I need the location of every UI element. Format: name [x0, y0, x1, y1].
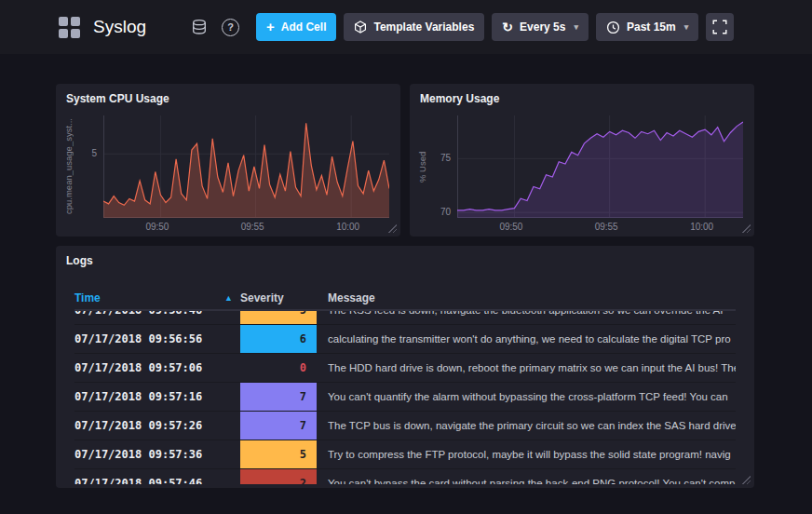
memory-chart-plot[interactable] [457, 115, 743, 218]
topbar: Syslog ? + Add Cell [0, 0, 812, 54]
help-icon: ? [222, 19, 239, 36]
page-title: Syslog [93, 17, 146, 37]
refresh-icon: ↻ [502, 20, 513, 34]
cpu-chart: cpu.mean_usage_syst... 5 09:5009:5510:00 [61, 115, 389, 233]
add-cell-label: Add Cell [281, 20, 327, 34]
y-axis-tick-label: 5 [91, 148, 97, 158]
expand-icon [712, 20, 727, 34]
memory-usage-cell: Memory Usage % Used 7075 09:5009:5510:00 [410, 84, 754, 237]
y-axis-tick-label: 75 [440, 153, 451, 163]
time-column-label: Time [74, 291, 101, 304]
template-variables-label: Template Variables [373, 20, 474, 34]
log-time: 07/17/2018 09:57:16 [74, 383, 240, 411]
logs-table-header: Time ▲ Severity Message [74, 287, 736, 311]
nav-menu-button[interactable] [56, 14, 82, 40]
log-message: The RSS feed is down, navigate the bluet… [317, 311, 736, 324]
log-message: The TCP bus is down, navigate the primar… [317, 412, 736, 440]
app-root: Syslog ? + Add Cell [0, 0, 812, 488]
log-time: 07/17/2018 09:57:06 [74, 354, 240, 382]
cpu-x-ticks: 09:5009:5510:00 [103, 218, 389, 233]
cpu-panel-title: System CPU Usage [66, 92, 169, 105]
memory-panel-title: Memory Usage [420, 92, 499, 105]
caret-down-icon: ▾ [684, 22, 689, 32]
log-table-row[interactable]: 07/17/2018 09:57:365Try to compress the … [74, 440, 736, 469]
log-table-row[interactable]: 07/17/2018 09:56:465The RSS feed is down… [74, 311, 736, 325]
x-axis-tick-label: 09:55 [595, 222, 618, 232]
memory-y-ticks: 7075 [429, 115, 457, 218]
logs-table: Time ▲ Severity Message 07/17/2018 09:56… [74, 287, 736, 484]
topbar-icon-group: ? [191, 19, 239, 36]
cpu-y-ticks: 5 [75, 115, 103, 218]
column-header-time[interactable]: Time ▲ [74, 291, 240, 304]
cpu-y-axis-label: cpu.mean_usage_syst... [61, 115, 75, 218]
log-table-row[interactable]: 07/17/2018 09:57:167You can't quantify t… [74, 383, 736, 412]
log-time: 07/17/2018 09:56:46 [74, 311, 240, 324]
template-variables-icon [354, 20, 367, 34]
help-button[interactable]: ? [222, 19, 239, 36]
clock-icon [606, 20, 620, 34]
refresh-interval-value: Every 5s [520, 20, 565, 34]
log-time: 07/17/2018 09:56:56 [74, 325, 240, 353]
log-severity-badge: 2 [240, 469, 317, 484]
log-table-row[interactable]: 07/17/2018 09:57:060The HDD hard drive i… [74, 354, 736, 383]
log-message: Try to compress the FTP protocol, maybe … [317, 440, 736, 468]
add-cell-button[interactable]: + Add Cell [256, 13, 336, 41]
memory-y-axis-label: % Used [415, 115, 429, 218]
refresh-interval-dropdown[interactable]: ↻ Every 5s ▾ [492, 13, 589, 41]
log-message: calculating the transmitter won't do any… [317, 325, 736, 353]
grid-icon [59, 17, 80, 38]
logs-cell: Logs Time ▲ Severity Message 07/17/2018 … [56, 246, 754, 488]
log-time: 07/17/2018 09:57:46 [74, 469, 240, 484]
log-time: 07/17/2018 09:57:36 [74, 440, 240, 468]
x-axis-tick-label: 09:50 [145, 222, 169, 232]
topbar-actions: + Add Cell Template Variables ↻ Every 5s… [256, 13, 734, 41]
time-range-value: Past 15m [627, 20, 676, 34]
log-table-row[interactable]: 07/17/2018 09:56:566calculating the tran… [74, 325, 736, 354]
charts-row: System CPU Usage cpu.mean_usage_syst... … [56, 84, 756, 237]
logs-panel-title: Logs [66, 254, 93, 267]
plus-icon: + [266, 19, 275, 34]
sort-ascending-icon: ▲ [224, 293, 233, 303]
cpu-chart-svg [103, 115, 389, 218]
time-range-dropdown[interactable]: Past 15m ▾ [596, 13, 698, 41]
log-severity-badge: 6 [240, 325, 317, 353]
log-severity-badge: 5 [240, 440, 317, 468]
caret-down-icon: ▾ [574, 22, 578, 32]
x-axis-tick-label: 10:00 [336, 222, 359, 232]
column-header-severity: Severity [240, 291, 317, 304]
log-message: The HDD hard drive is down, reboot the p… [317, 354, 736, 382]
logs-scroll-viewport[interactable]: 07/17/2018 09:56:465The RSS feed is down… [74, 311, 736, 484]
presentation-mode-button[interactable] [706, 13, 734, 41]
x-axis-tick-label: 09:55 [241, 222, 264, 232]
resize-handle[interactable] [740, 474, 751, 484]
log-message: You can't quantify the alarm without byp… [317, 383, 736, 411]
mem-chart-svg [457, 115, 743, 218]
y-axis-tick-label: 70 [440, 207, 451, 217]
x-axis-tick-label: 10:00 [690, 222, 713, 232]
memory-x-ticks: 09:5009:5510:00 [457, 218, 743, 233]
column-header-message: Message [317, 291, 736, 304]
template-variables-button[interactable]: Template Variables [344, 13, 484, 41]
log-severity-badge: 7 [240, 412, 317, 440]
cpu-chart-plot[interactable] [103, 115, 389, 218]
log-table-row[interactable]: 07/17/2018 09:57:267The TCP bus is down,… [74, 412, 736, 440]
log-time: 07/17/2018 09:57:26 [74, 412, 240, 440]
sources-button[interactable] [191, 19, 208, 35]
memory-chart: % Used 7075 09:5009:5510:00 [415, 115, 743, 233]
cpu-usage-cell: System CPU Usage cpu.mean_usage_syst... … [56, 84, 400, 237]
log-severity-badge: 5 [240, 311, 317, 324]
database-icon [191, 19, 208, 35]
logs-rows: 07/17/2018 09:56:465The RSS feed is down… [74, 311, 736, 484]
dashboard-grid: System CPU Usage cpu.mean_usage_syst... … [0, 54, 812, 488]
log-table-row[interactable]: 07/17/2018 09:57:462You can't bypass the… [74, 469, 736, 484]
log-message: You can't bypass the card without parsin… [317, 469, 736, 484]
x-axis-tick-label: 09:50 [499, 222, 522, 232]
log-severity-badge: 7 [240, 383, 317, 411]
log-severity-badge: 0 [240, 354, 317, 382]
